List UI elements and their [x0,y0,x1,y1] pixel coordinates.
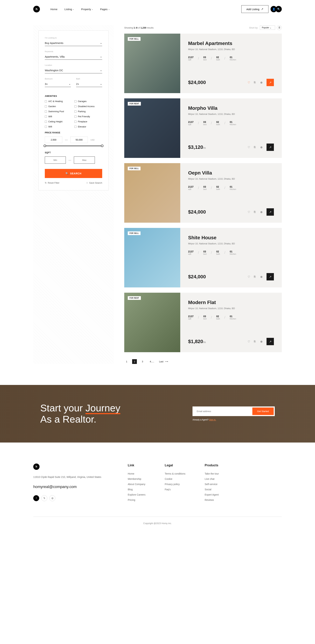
footer-link[interactable]: Home [128,471,146,476]
amenity-checkbox[interactable]: Disabled Access [74,105,102,108]
heart-icon[interactable]: ♡ [248,340,251,343]
bookmark-icon[interactable]: ⎘ [254,210,257,214]
bath-select[interactable]: 2+⌄ [76,81,102,87]
listing-title[interactable]: Shite House [188,235,274,240]
amenity-checkbox[interactable]: Swimming Pool [45,110,72,113]
sqft-max-input[interactable] [74,156,95,164]
add-icon[interactable]: ⊕ [260,340,264,343]
looking-select[interactable]: Buy Apartments⌄ [45,40,102,46]
reset-filter-link[interactable]: ↻Reset Filter [45,182,59,184]
amenity-checkbox[interactable]: Elevator [74,125,102,128]
footer-logo[interactable]: h [33,464,40,470]
footer-link[interactable]: Cookie [165,476,185,482]
footer-link[interactable]: Pricing [128,497,146,502]
email-input[interactable] [194,408,252,415]
twitter-icon[interactable]: 𝕏 [41,495,47,501]
bookmark-icon[interactable]: ⎘ [254,146,257,149]
get-started-button[interactable]: Get Started [252,408,274,415]
listing-image[interactable]: FOR RENT [124,293,180,352]
page-2[interactable]: 2 [132,359,137,364]
footer-col-link: Link HomeMembershipAbout CompanyBlogExpl… [128,464,146,502]
add-icon[interactable]: ⊕ [260,210,264,214]
heart-icon[interactable]: ♡ [248,210,251,214]
amenity-checkbox[interactable]: Garden [45,105,72,108]
amenity-checkbox[interactable]: Wifi [45,115,72,118]
search-button[interactable]: 🔍SEARCH [45,169,102,178]
add-icon[interactable]: ⊕ [260,275,264,278]
slider-handle-max[interactable] [101,144,104,147]
page-3[interactable]: 3 [140,359,145,364]
view-listing-button[interactable]: ↗ [266,79,274,86]
amenity-checkbox[interactable]: Ceiling Height [45,120,72,123]
amenity-checkbox[interactable]: Wifi [45,125,72,128]
footer-link[interactable]: Explore Careers [128,492,146,497]
footer-link[interactable]: Expert Agent [204,492,219,497]
bookmark-icon[interactable]: ⎘ [254,340,257,343]
price-min-input[interactable] [45,136,62,143]
amenities-heading: AMENITIES [45,95,102,97]
amenity-checkbox[interactable]: Pet Friendly [74,115,102,118]
page-1[interactable]: 1 [124,359,129,364]
footer-link[interactable]: Privacy policy [165,482,185,487]
footer-link[interactable]: Live chat [204,476,219,482]
bookmark-icon[interactable]: ⎘ [254,81,257,84]
footer-link[interactable]: About Company [128,482,146,487]
bedroom-select[interactable]: 3+⌄ [45,81,71,87]
page-last[interactable]: Last⟶ [159,360,168,363]
amenity-checkbox[interactable]: Parking [74,110,102,113]
instagram-icon[interactable]: ◎ [49,495,55,501]
footer-link[interactable]: Faq's [165,487,185,492]
nav-property[interactable]: Property⌄ [81,8,93,11]
listing-specs: 2137sqft/03bed/02bath/01Kitchen [188,250,274,255]
location-select[interactable]: Washington DC⌄ [45,67,102,73]
amenity-checkbox[interactable]: Fireplace [74,120,102,123]
listing-image[interactable]: FOR RENT [124,98,180,158]
page-4[interactable]: 4..... [148,359,156,364]
save-search-link[interactable]: ☆Save Search [86,182,102,184]
footer-email[interactable]: homyreal@company.com [33,484,107,489]
amenity-checkbox[interactable]: A/C & Heating [45,100,72,102]
heart-icon[interactable]: ♡ [248,81,251,84]
listing-title[interactable]: Modern Flat [188,300,274,305]
sort-select[interactable]: Populer ⌄ [260,26,275,30]
footer-link[interactable]: Terms & conditions [165,471,185,476]
view-listing-button[interactable]: ↗ [266,144,274,151]
sqft-min-input[interactable] [45,156,66,164]
bookmark-icon[interactable]: ⎘ [254,275,257,278]
footer-link[interactable]: Social [204,487,219,492]
heart-icon[interactable]: ♡ [248,275,251,278]
listing-image[interactable]: FOR SELL [124,34,180,93]
view-listing-button[interactable]: ↗ [266,208,274,216]
keywords-select[interactable]: Apartments, Villa⌄ [45,54,102,60]
footer-link[interactable]: Self-service [204,482,219,487]
price-slider[interactable] [45,146,102,146]
add-listing-button[interactable]: Add Listing↗ [241,5,268,13]
listing-title[interactable]: Marbel Apartments [188,40,274,46]
logo[interactable]: h [33,6,40,12]
footer-link[interactable]: Membership [128,476,146,482]
listing-image[interactable]: FOR SELL [124,228,180,288]
cta-signin-text: Already a Agent? Sign in. [192,418,275,421]
listing-title[interactable]: Morpho Villa [188,106,274,111]
footer-link[interactable]: Take the tour [204,471,219,476]
nav-listing[interactable]: Listing⌄ [64,8,74,11]
signin-link[interactable]: Sign in. [209,418,216,421]
slider-handle-min[interactable] [44,144,46,147]
nav-pages[interactable]: Pages⌄ [100,8,110,11]
view-listing-button[interactable]: ↗ [266,273,274,280]
listing-image[interactable]: FOR SELL [124,163,180,223]
amenity-checkbox[interactable]: Garages [74,100,102,102]
add-icon[interactable]: ⊕ [260,146,264,149]
search-icon[interactable]: 🔍 [276,6,282,12]
footer-link[interactable]: Blog [128,487,146,492]
heart-icon[interactable]: ♡ [248,146,251,149]
checkbox-icon [45,126,47,128]
view-toggle-button[interactable]: ☰ [277,25,282,30]
facebook-icon[interactable]: f [33,495,39,501]
view-listing-button[interactable]: ↗ [266,338,274,345]
listing-title[interactable]: Oepn Villa [188,170,274,176]
add-icon[interactable]: ⊕ [260,81,264,84]
footer-link[interactable]: Reviews [204,497,219,502]
price-max-input[interactable] [70,136,88,143]
nav-home[interactable]: Home [50,8,58,11]
